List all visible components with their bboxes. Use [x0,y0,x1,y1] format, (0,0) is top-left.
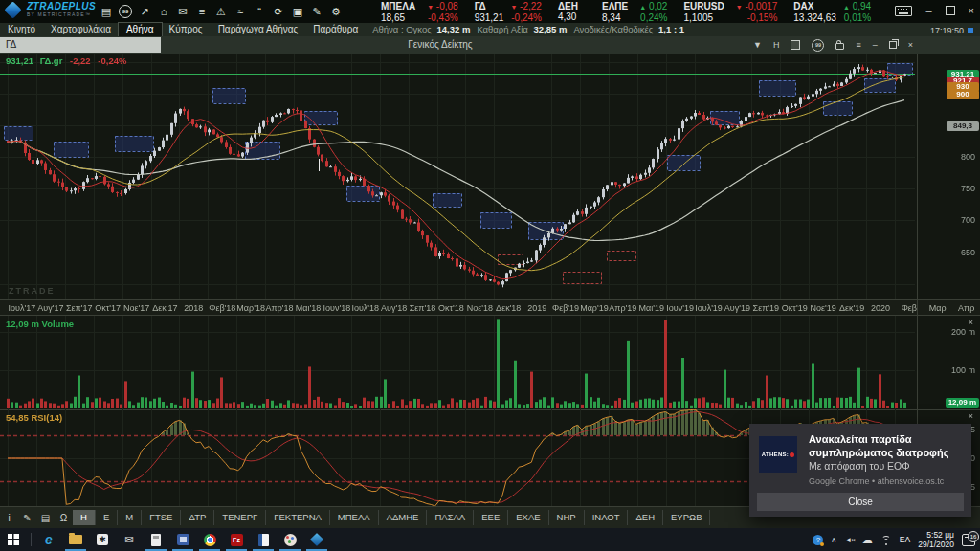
spider-app-icon: ✱ [97,534,108,545]
tab-ΓΕΚΤΕΡΝΑ[interactable]: ΓΕΚΤΕΡΝΑ [266,510,330,525]
chart-icon[interactable]: ↗ [138,5,151,18]
ticker-EURUSD[interactable]: EURUSD▼ -0,00171,1005-0,15% [683,1,777,23]
tab-Η[interactable]: Η [73,510,96,525]
tab-Ε[interactable]: Ε [96,510,118,525]
volume-pane-close-icon[interactable]: × [969,319,973,327]
exchange-icon[interactable]: ⌂ [157,5,170,18]
taskbar-app-calculator[interactable] [143,528,169,551]
app-close-button[interactable]: × [969,4,974,17]
info-icon[interactable]: i [0,513,18,523]
quote-icon[interactable]: 99 [812,39,824,52]
tab-ΤΕΝΕΡΓ[interactable]: ΤΕΝΕΡΓ [214,510,266,525]
rsi-pane-close-icon[interactable]: × [969,412,973,421]
lock-icon[interactable] [835,43,844,50]
period-daily-button[interactable]: Η [773,36,780,54]
menu-item-Χαρτοφυλάκια[interactable]: Χαρτοφυλάκια [43,23,119,36]
price-chart-canvas[interactable] [0,54,917,299]
tab-ΝΗΡ[interactable]: ΝΗΡ [549,510,585,525]
edit-icon[interactable]: ✎ [310,5,323,18]
settings-icon[interactable]: ⚙ [329,5,343,18]
menu-item-Παράγωγα Αθήνας[interactable]: Παράγωγα Αθήνας [211,23,306,36]
taskbar-app-edge[interactable]: e [35,528,62,551]
ticker-ΕΛΠΕ[interactable]: ΕΛΠΕ▲ 0,028,340,24% [602,1,667,23]
taskbar-app-mail[interactable]: ✉ [116,528,143,551]
menu-icon[interactable]: ≡ [856,36,860,54]
tab-Μ[interactable]: Μ [118,510,142,525]
x-axis-label: Νοε'18 [467,303,493,313]
tab-ΔΕΗ[interactable]: ΔΕΗ [628,510,663,525]
chart-close-button[interactable]: × [908,36,913,54]
omega-icon[interactable]: Ω [55,513,73,523]
chat-icon[interactable]: “ [253,5,266,18]
taskbar-app-spider-app[interactable]: ✱ [89,528,116,551]
volume-muted-icon[interactable]: ◄× [844,536,855,544]
tab-ΙΝΛΟΤ[interactable]: ΙΝΛΟΤ [585,510,629,525]
quotes-board-icon[interactable]: 99 [119,5,132,18]
x-axis-label: Απρ'18 [266,303,294,313]
layout-icon[interactable] [791,40,800,50]
ticker-change-value: 0,94 [850,1,871,11]
tray-help-icon[interactable]: ? [813,535,823,545]
tab-ΕΥΡΩΒ[interactable]: ΕΥΡΩΒ [663,510,710,525]
news-icon[interactable]: ≡ [195,5,209,18]
menu-item-Κινητό[interactable]: Κινητό [0,23,43,36]
taskbar-date: 29/1/2020 [918,540,954,549]
tab-ΕΕΕ[interactable]: ΕΕΕ [474,510,508,525]
taskbar-app-ztradeplus[interactable] [303,528,330,551]
legend-symbol: ΓΔ.gr [40,55,63,66]
chart-restore-button[interactable] [889,41,897,49]
menu-item-Παράθυρα[interactable]: Παράθυρα [305,23,366,36]
notification-subtitle: Με απόφαση του ΕΟΦ [809,460,964,472]
ticker-DAX[interactable]: DAX▲ 0,9413.324,630,01% [793,1,871,23]
refresh-icon[interactable]: ⟳ [272,5,285,18]
taskbar-app-chrome[interactable] [196,528,223,551]
taskbar-app-database-app[interactable] [169,528,196,551]
taskbar-app-paint[interactable] [277,528,303,551]
ticker-ΜΠΕΛΑ[interactable]: ΜΠΕΛΑ▼ -0,0818,65-0,43% [381,1,458,23]
x-axis-label: Οκτ'19 [782,303,808,313]
mail-icon: ✉ [124,534,133,546]
keyboard-icon[interactable] [895,6,912,16]
chevron-down-icon[interactable]: ▼ [753,36,762,54]
tab-ΜΠΕΛΑ[interactable]: ΜΠΕΛΑ [330,510,379,525]
action-center-icon[interactable]: 16 [962,534,975,546]
ticker-row: ΕΛΠΕ▲ 0,02 [602,1,667,12]
save-icon[interactable]: ▣ [291,5,304,18]
mail-icon[interactable]: ✉ [176,5,189,18]
tab-ΠΑΣΑΛ[interactable]: ΠΑΣΑΛ [427,510,474,525]
symbol-input[interactable]: ΓΔ [0,37,161,53]
taskbar-app-filezilla[interactable]: Fz [223,528,250,551]
app-minimize-button[interactable]: – [925,4,931,17]
table-icon[interactable]: ▤ [36,513,55,523]
chart-minimize-button[interactable]: – [873,36,878,54]
ticker-ΔΕΗ[interactable]: ΔΕΗ 4,30 [558,1,586,23]
taskbar-separator [31,533,32,546]
app-maximize-button[interactable] [946,6,955,15]
notification-title[interactable]: Ανακαλείται παρτίδα συμπληρώματος διατρο… [809,432,964,459]
notification-close-button[interactable]: Close [757,493,964,511]
taskbar-clock[interactable]: 5:52 μμ 29/1/2020 [918,530,954,549]
tray-chevron-up-icon[interactable]: ∧ [831,536,836,544]
menu-item-Κύπρος[interactable]: Κύπρος [162,23,211,36]
volume-chart-canvas[interactable] [0,316,917,409]
ticker-pct: -0,24% [511,12,542,23]
tab-ΔΤΡ[interactable]: ΔΤΡ [181,510,214,525]
price-legend: 931,21 ΓΔ.gr -2,22 -0,24% [6,55,126,66]
ticker-ΓΔ[interactable]: ΓΔ▼ -2,22931,21-0,24% [475,1,542,23]
tab-ΕΧΑΕ[interactable]: ΕΧΑΕ [508,510,548,525]
word-icon [258,534,269,546]
feed-icon[interactable]: ≈ [234,5,247,18]
tab-ΑΔΜΗΕ[interactable]: ΑΔΜΗΕ [379,510,428,525]
portfolio-icon[interactable]: ▤ [100,5,113,18]
onedrive-icon[interactable]: ☁ [862,534,873,546]
menu-item-Αθήνα[interactable]: Αθήνα [119,23,162,36]
language-indicator[interactable]: ΕΛ [900,535,910,544]
athensvoice-logo-text: ATHENS: [762,452,789,457]
taskbar-app-file-explorer[interactable] [62,528,89,551]
start-button[interactable] [0,528,27,551]
tab-FTSE[interactable]: FTSE [142,510,181,525]
wifi-icon[interactable] [880,536,892,544]
alerts-icon[interactable]: ⚠ [214,5,228,18]
draw-icon[interactable]: ✎ [18,513,36,523]
taskbar-app-word[interactable] [250,528,277,551]
